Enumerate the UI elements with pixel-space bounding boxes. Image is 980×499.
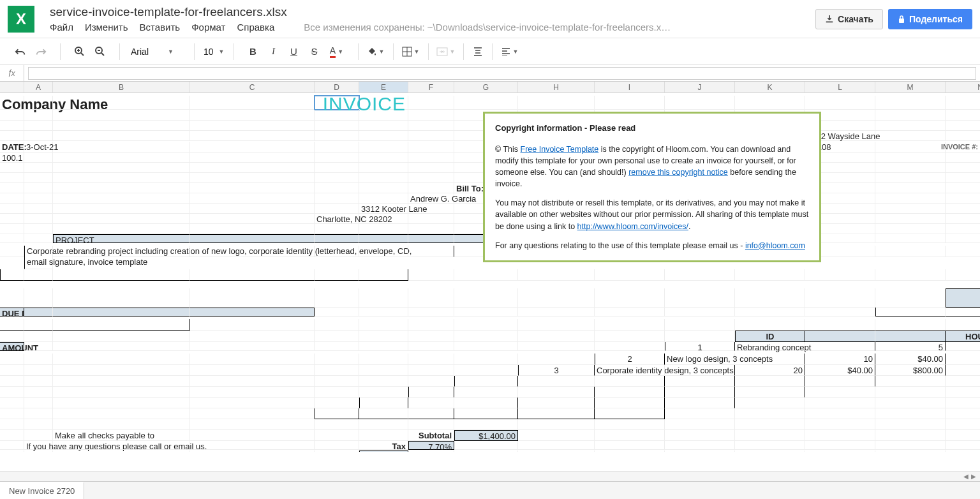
cell[interactable] <box>875 204 946 214</box>
cell[interactable]: 3 <box>518 365 595 376</box>
cell[interactable] <box>408 234 454 243</box>
formula-input[interactable] <box>28 67 976 80</box>
cell[interactable] <box>946 269 980 281</box>
cell[interactable] <box>190 376 315 387</box>
cell[interactable] <box>53 354 190 365</box>
cell[interactable] <box>595 342 665 351</box>
cell[interactable] <box>875 163 946 173</box>
hloom-email-link[interactable]: info@hloom.com <box>745 241 805 250</box>
cell[interactable]: $400.00 <box>946 354 980 365</box>
cell[interactable] <box>359 193 408 204</box>
cell[interactable] <box>315 204 359 214</box>
cell[interactable] <box>53 387 190 398</box>
cell[interactable] <box>946 193 980 204</box>
column-header[interactable]: A <box>24 82 53 93</box>
cell[interactable] <box>24 365 53 376</box>
cell[interactable] <box>190 163 315 173</box>
cell[interactable] <box>315 387 359 398</box>
cell[interactable] <box>518 354 595 365</box>
cell[interactable] <box>359 430 408 441</box>
cell[interactable] <box>24 121 53 131</box>
cell[interactable] <box>518 96 595 110</box>
cell[interactable] <box>454 354 518 365</box>
cell[interactable] <box>359 354 408 365</box>
cell[interactable] <box>454 419 518 430</box>
cell[interactable] <box>53 451 190 452</box>
cell[interactable] <box>24 419 53 430</box>
cell[interactable] <box>0 193 24 204</box>
column-header[interactable]: L <box>805 82 875 93</box>
cell[interactable] <box>875 451 946 452</box>
cell[interactable] <box>665 408 735 419</box>
cell[interactable] <box>190 269 315 281</box>
cell[interactable] <box>24 183 53 193</box>
cell[interactable] <box>735 441 805 450</box>
cell[interactable] <box>359 331 408 342</box>
cell[interactable] <box>24 354 53 365</box>
cell[interactable] <box>518 408 595 419</box>
cell[interactable] <box>315 376 359 387</box>
cell[interactable] <box>875 269 946 281</box>
cell[interactable] <box>595 387 665 398</box>
cell[interactable] <box>735 376 805 387</box>
cell[interactable] <box>359 408 408 419</box>
cell[interactable] <box>53 183 190 193</box>
cell[interactable] <box>408 173 454 183</box>
cell[interactable] <box>359 214 408 224</box>
column-header[interactable]: E <box>359 82 408 93</box>
cell[interactable]: 3-Oct-21 <box>24 142 53 153</box>
cell[interactable] <box>0 288 24 308</box>
cell[interactable]: AMOUNT <box>0 342 24 351</box>
cell[interactable] <box>595 376 665 387</box>
cell[interactable] <box>595 441 665 450</box>
cell[interactable] <box>53 193 190 204</box>
cell[interactable] <box>24 110 53 121</box>
cell[interactable]: 100.1 <box>0 153 24 163</box>
cell[interactable] <box>359 342 408 351</box>
cell[interactable]: Thank you for your business. <box>0 451 24 452</box>
cell[interactable] <box>359 163 408 173</box>
cell[interactable] <box>24 204 53 214</box>
cell[interactable] <box>518 419 595 430</box>
cell[interactable]: $40.00 <box>805 365 875 376</box>
cell[interactable]: LEAD TIME <box>24 308 53 317</box>
cell[interactable] <box>24 342 53 351</box>
cell[interactable]: Corporate rebranding project including c… <box>24 246 53 269</box>
cell[interactable] <box>315 319 359 331</box>
cell[interactable] <box>315 331 359 342</box>
cell[interactable] <box>315 110 359 121</box>
cell[interactable] <box>0 441 24 450</box>
cell[interactable] <box>454 376 518 387</box>
cell[interactable] <box>805 398 875 408</box>
cell[interactable] <box>875 441 946 450</box>
menu-insert[interactable]: Вставить <box>140 22 181 33</box>
cell[interactable] <box>408 269 454 281</box>
cell[interactable]: DESCRIPTION <box>805 331 875 342</box>
cell[interactable] <box>595 398 665 408</box>
hloom-invoices-link[interactable]: http://www.hloom.com/invoices/ <box>577 222 688 231</box>
cell[interactable] <box>24 387 53 398</box>
cell[interactable] <box>315 269 359 281</box>
cell[interactable] <box>805 319 875 331</box>
cell[interactable] <box>315 224 359 234</box>
cell[interactable] <box>946 376 980 387</box>
cell[interactable] <box>408 121 454 131</box>
cell[interactable] <box>315 246 359 257</box>
zoom-in-button[interactable] <box>71 43 89 61</box>
halign-button[interactable]: ▼ <box>498 43 522 61</box>
cell[interactable] <box>665 308 735 317</box>
font-select[interactable]: Arial ▼ <box>125 44 189 59</box>
cell[interactable] <box>0 354 24 365</box>
cell[interactable] <box>408 354 454 365</box>
cell[interactable]: Total <box>315 451 359 452</box>
column-header[interactable]: K <box>735 82 805 93</box>
cell[interactable] <box>0 204 24 214</box>
cell[interactable] <box>595 408 665 419</box>
cell[interactable] <box>735 387 805 398</box>
cell[interactable] <box>315 441 359 450</box>
cell[interactable] <box>875 234 946 243</box>
font-color-button[interactable]: A▼ <box>326 43 348 61</box>
cell[interactable] <box>53 121 190 131</box>
cell[interactable] <box>454 319 518 331</box>
column-header[interactable]: H <box>518 82 595 93</box>
